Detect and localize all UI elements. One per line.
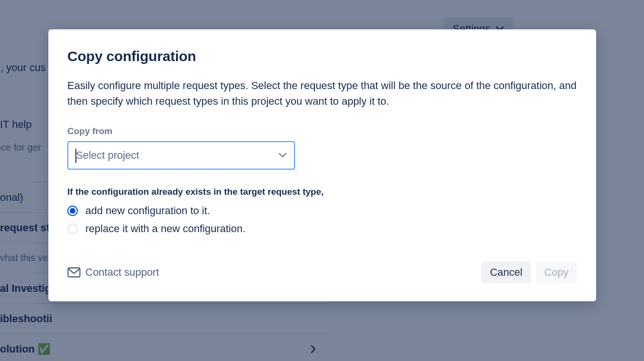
copy-configuration-modal: Copy configuration Easily configure mult… — [48, 29, 596, 301]
text-cursor — [75, 149, 76, 163]
select-placeholder: Select project — [76, 149, 279, 162]
select-project-dropdown[interactable]: Select project — [67, 141, 295, 170]
radio-indicator-checked — [67, 206, 78, 216]
chevron-down-icon — [279, 153, 286, 158]
radio-label: add new configuration to it. — [85, 205, 210, 217]
modal-description: Easily configure multiple request types.… — [67, 78, 577, 109]
radio-label: replace it with a new configuration. — [85, 223, 246, 235]
cancel-button[interactable]: Cancel — [481, 262, 531, 283]
copy-button[interactable]: Copy — [536, 262, 577, 283]
contact-support-label: Contact support — [85, 266, 159, 279]
radio-indicator — [67, 224, 78, 234]
radio-add-configuration[interactable]: add new configuration to it. — [67, 205, 577, 217]
svg-rect-0 — [68, 268, 80, 277]
copy-from-label: Copy from — [67, 126, 577, 136]
radio-replace-configuration[interactable]: replace it with a new configuration. — [67, 223, 577, 235]
modal-title: Copy configuration — [67, 48, 577, 64]
contact-support-link[interactable]: Contact support — [67, 266, 159, 279]
mail-icon — [67, 267, 81, 278]
conflict-heading: If the configuration already exists in t… — [67, 187, 577, 197]
